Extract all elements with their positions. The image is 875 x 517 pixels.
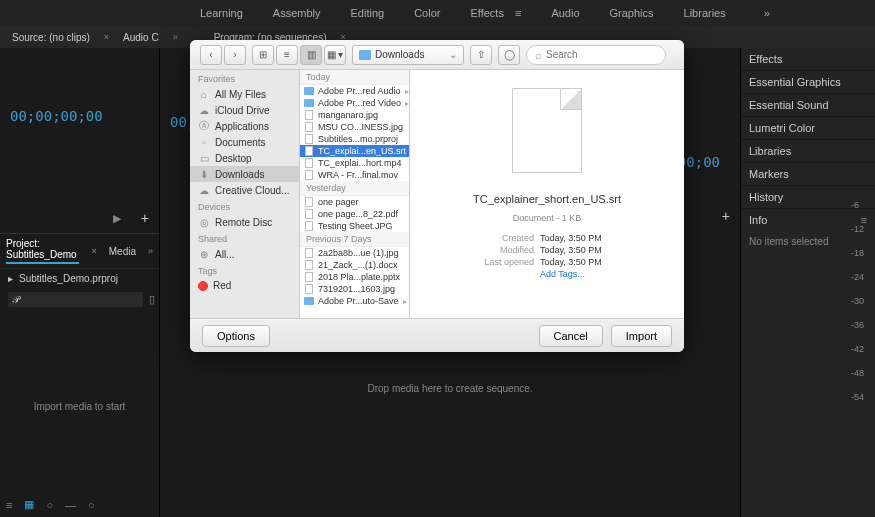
menu-color[interactable]: Color: [414, 7, 440, 19]
panel-info[interactable]: Info: [749, 214, 767, 226]
file-icon: [305, 170, 313, 180]
import-button[interactable]: Import: [611, 325, 672, 347]
zoom-slider[interactable]: —: [65, 499, 76, 511]
project-search-input[interactable]: [8, 292, 143, 307]
add-tags-link[interactable]: Add Tags...: [540, 269, 620, 279]
source-tab[interactable]: Source: (no clips): [6, 29, 96, 46]
sidebar-item-all-files[interactable]: ⌂All My Files: [190, 86, 299, 102]
program-add-icon[interactable]: +: [722, 208, 730, 224]
play-icon[interactable]: ▶: [113, 212, 121, 225]
project-file-name[interactable]: Subtitles_Demo.prproj: [19, 273, 118, 284]
sidebar-item-creative-cloud[interactable]: ☁Creative Cloud...: [190, 182, 299, 198]
panel-effects[interactable]: Effects: [741, 48, 875, 71]
sort-icon[interactable]: ○: [88, 499, 95, 511]
panel-lumetri[interactable]: Lumetri Color: [741, 117, 875, 140]
audio-tab[interactable]: Audio C: [117, 29, 165, 46]
sidebar-item-icloud[interactable]: ☁iCloud Drive: [190, 102, 299, 118]
tab-media[interactable]: Media: [109, 246, 136, 257]
top-menu: Learning Assembly Editing Color Effects …: [0, 0, 875, 26]
apps-icon: Ⓐ: [198, 120, 210, 132]
freeform-view-icon[interactable]: ○: [46, 499, 53, 511]
view-list-icon[interactable]: ≡: [276, 45, 298, 65]
file-item[interactable]: Adobe Pr...uto-Save▸: [300, 295, 409, 307]
sidebar-item-shared-all[interactable]: ⊕All...: [190, 246, 299, 262]
tick: -30: [847, 296, 875, 306]
nav-forward-icon[interactable]: ›: [224, 45, 246, 65]
preview-filename: TC_explainer_short.en_US.srt: [473, 193, 621, 205]
project-panel: Project: Subtitles_Demo × Media » ▸ Subt…: [0, 233, 159, 517]
dialog-search-input[interactable]: [546, 49, 673, 60]
dialog-sidebar: Favorites ⌂All My Files ☁iCloud Drive ⒶA…: [190, 70, 300, 318]
share-icon[interactable]: ⇧: [470, 45, 492, 65]
nav-back-icon[interactable]: ‹: [200, 45, 222, 65]
import-hint: Import media to start: [0, 401, 159, 412]
menu-overflow-icon[interactable]: »: [764, 7, 770, 19]
tick: -54: [847, 392, 875, 402]
menu-effects[interactable]: Effects ≡: [470, 7, 521, 19]
view-icons-icon[interactable]: ⊞: [252, 45, 274, 65]
menu-libraries[interactable]: Libraries: [684, 7, 726, 19]
source-close-icon[interactable]: ×: [104, 32, 109, 42]
list-view-icon[interactable]: ≡: [6, 499, 12, 511]
file-item[interactable]: TC_explai...hort.mp4: [300, 157, 409, 169]
file-item[interactable]: 21_Zack_...(1).docx: [300, 259, 409, 271]
file-item[interactable]: one pager: [300, 196, 409, 208]
project-file-icon: ▸: [8, 273, 13, 284]
sidebar-item-documents[interactable]: ▫Documents: [190, 134, 299, 150]
sidebar-item-desktop[interactable]: ▭Desktop: [190, 150, 299, 166]
sidebar-item-downloads[interactable]: ⬇Downloads: [190, 166, 299, 182]
chevron-right-icon: ▸: [403, 297, 407, 306]
sidebar-item-tag-red[interactable]: Red: [190, 278, 299, 293]
cancel-button[interactable]: Cancel: [539, 325, 603, 347]
dialog-search[interactable]: ⌕: [526, 45, 666, 65]
sb-favorites-header: Favorites: [190, 70, 299, 86]
menu-graphics[interactable]: Graphics: [610, 7, 654, 19]
file-icon: [305, 221, 313, 231]
file-item[interactable]: Testing Sheet.JPG: [300, 220, 409, 232]
file-item[interactable]: MSU CO...INESS.jpg: [300, 121, 409, 133]
panel-markers[interactable]: Markers: [741, 163, 875, 186]
menu-assembly[interactable]: Assembly: [273, 7, 321, 19]
panel-libraries[interactable]: Libraries: [741, 140, 875, 163]
file-icon: [305, 272, 313, 282]
tab-close-icon[interactable]: ×: [91, 246, 96, 256]
sidebar-item-applications[interactable]: ⒶApplications: [190, 118, 299, 134]
tab-project[interactable]: Project: Subtitles_Demo: [6, 238, 79, 264]
file-icon: [305, 122, 313, 132]
file-item[interactable]: Adobe Pr...red Video▸: [300, 97, 409, 109]
file-item[interactable]: manganaro.jpg: [300, 109, 409, 121]
tags-icon[interactable]: ◯: [498, 45, 520, 65]
file-item[interactable]: Subtitles...mo.prproj: [300, 133, 409, 145]
menu-learning[interactable]: Learning: [200, 7, 243, 19]
created-label: Created: [474, 233, 534, 243]
project-overflow-icon[interactable]: »: [148, 246, 153, 256]
file-item[interactable]: 7319201...1603.jpg: [300, 283, 409, 295]
view-gallery-icon[interactable]: ▦ ▾: [324, 45, 346, 65]
menu-audio[interactable]: Audio: [551, 7, 579, 19]
file-item[interactable]: one page...8_22.pdf: [300, 208, 409, 220]
view-columns-icon[interactable]: ▥: [300, 45, 322, 65]
new-bin-icon[interactable]: ▯: [149, 293, 155, 306]
menu-editing[interactable]: Editing: [351, 7, 385, 19]
file-item-selected[interactable]: TC_explai...en_US.srt: [300, 145, 409, 157]
sidebar-item-remote-disc[interactable]: ◎Remote Disc: [190, 214, 299, 230]
sb-shared-header: Shared: [190, 230, 299, 246]
panel-essential-graphics[interactable]: Essential Graphics: [741, 71, 875, 94]
folder-icon: [304, 297, 314, 305]
options-button[interactable]: Options: [202, 325, 270, 347]
location-dropdown[interactable]: Downloads ⌄: [352, 45, 464, 65]
created-value: Today, 3:50 PM: [540, 233, 620, 243]
add-icon[interactable]: +: [141, 210, 149, 226]
dialog-footer: Options Cancel Import: [190, 318, 684, 352]
tick: -42: [847, 344, 875, 354]
panel-essential-sound[interactable]: Essential Sound: [741, 94, 875, 117]
file-item[interactable]: 2a2ba8b...ue (1).jpg: [300, 247, 409, 259]
file-item[interactable]: 2018 Pla...plate.pptx: [300, 271, 409, 283]
file-section-prev7: Previous 7 Days: [300, 232, 409, 247]
menu-bars-icon: ≡: [515, 7, 521, 19]
file-item[interactable]: Adobe Pr...red Audio▸: [300, 85, 409, 97]
tick: -18: [847, 248, 875, 258]
icon-view-icon[interactable]: ▦: [24, 498, 34, 511]
file-item[interactable]: WRA - Fr...final.mov: [300, 169, 409, 181]
chevron-right-icon: ▸: [405, 87, 409, 96]
